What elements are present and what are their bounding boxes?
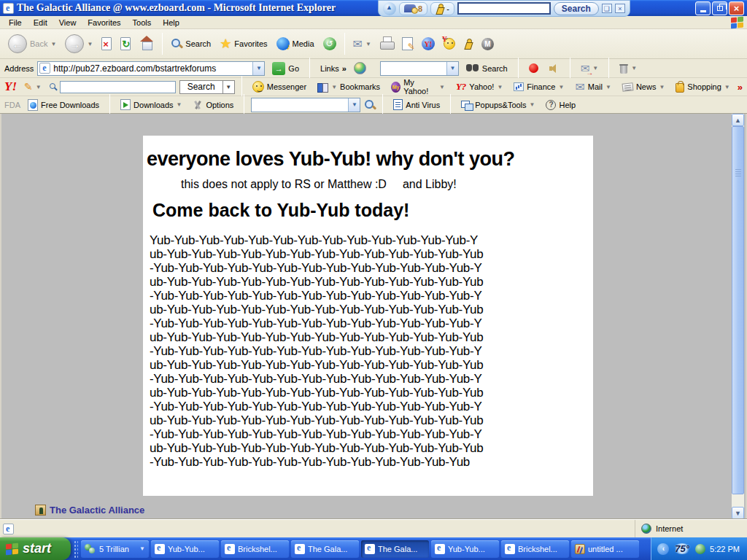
popups-tools-button[interactable]: Popups&Tools ▼ — [457, 98, 538, 112]
yahoo-pencil-button[interactable]: ✎ ▼ — [20, 79, 45, 95]
record-button[interactable] — [525, 61, 542, 75]
my-yahoo-dropdown-icon[interactable]: ▼ — [439, 84, 445, 90]
options-button[interactable]: Options — [189, 98, 237, 112]
task-trillian[interactable]: 5 Trillian ▼ — [81, 540, 149, 558]
yahoo-messenger-button[interactable] — [440, 36, 459, 52]
mail-button[interactable]: ✉ ▼ — [349, 35, 375, 53]
taskbar-grip[interactable] — [74, 540, 78, 558]
address-combobox[interactable]: http://pub27.ezboard.com/bstartrekforums… — [37, 61, 265, 76]
start-button[interactable]: start — [0, 537, 71, 560]
print-button[interactable] — [376, 35, 397, 52]
deskbar-search-input[interactable] — [457, 2, 551, 15]
deskbar-search-button[interactable]: Search — [554, 2, 599, 15]
messenger-m-button[interactable]: M — [478, 36, 498, 52]
trash-button[interactable]: ▼ — [616, 61, 640, 77]
edit-button[interactable] — [398, 35, 417, 52]
fda-search-combobox[interactable]: ▼ — [251, 98, 360, 112]
yahoo-logo[interactable]: Y! — [4, 79, 17, 94]
minimize-button[interactable] — [695, 1, 711, 15]
favorites-button[interactable]: ★ Favorites — [216, 35, 271, 52]
binocular-search-button[interactable]: Search — [462, 62, 511, 75]
history-button[interactable]: ↺ — [320, 35, 340, 52]
sound-button[interactable] — [546, 62, 563, 75]
yahoo-mail-button[interactable]: ✉ Mail ▼ — [571, 78, 615, 96]
aim-status-pill[interactable]: - — [430, 2, 454, 15]
trillian-tray-icon[interactable] — [695, 544, 705, 554]
yahoo-search-input[interactable] — [60, 81, 175, 93]
yahoo-search-button[interactable]: Search ▼ — [179, 80, 235, 94]
mail-dropdown-icon[interactable]: ▼ — [365, 41, 371, 47]
deskbar-dock-icon[interactable]: ❏ — [602, 4, 612, 13]
forward-dropdown-icon[interactable]: ▼ — [87, 41, 93, 47]
pencil-dropdown-icon[interactable]: ▼ — [36, 84, 42, 90]
scroll-up-icon[interactable]: ▲ — [732, 114, 744, 126]
links-chevron-icon[interactable]: » — [342, 64, 347, 73]
title-bar[interactable]: The Galactic Alliance @ www.ezboard.com … — [0, 0, 747, 16]
yahoo-home-button[interactable]: Y? Yahoo! ▼ — [452, 79, 506, 95]
toolbar-search-combobox[interactable]: ▼ — [380, 61, 459, 76]
aol-icon[interactable] — [383, 2, 396, 15]
task-galactic-2-active[interactable]: The Gala... — [361, 540, 429, 558]
free-downloads-button[interactable]: Free Downloads — [24, 97, 103, 113]
popups-dropdown-icon[interactable]: ▼ — [530, 101, 535, 108]
finance-dropdown-icon[interactable]: ▼ — [558, 84, 564, 90]
menu-favorites[interactable]: Favorites — [82, 17, 126, 28]
news-dropdown-icon[interactable]: ▼ — [659, 84, 665, 90]
go-button[interactable]: → Go — [268, 60, 303, 77]
scroll-down-icon[interactable]: ▼ — [732, 507, 744, 519]
help-button[interactable]: ? Help — [542, 98, 579, 112]
anti-virus-button[interactable]: Anti Virus — [390, 97, 444, 112]
address-dropdown-icon[interactable]: ▼ — [252, 62, 264, 75]
menu-edit[interactable]: Edit — [28, 17, 53, 28]
menu-file[interactable]: File — [3, 17, 28, 28]
back-button[interactable]: ← Back ▼ — [4, 32, 60, 55]
refresh-button[interactable]: ↻ — [117, 35, 134, 52]
yahoo-overflow-icon[interactable]: » — [738, 82, 743, 93]
stop-button[interactable]: × — [98, 35, 115, 52]
send-dropdown-icon[interactable]: ▼ — [592, 65, 598, 71]
search-button[interactable]: Search — [167, 36, 214, 52]
restore-button[interactable] — [712, 1, 727, 15]
shopping-dropdown-icon[interactable]: ▼ — [724, 84, 730, 90]
bookmarks-dropdown-icon[interactable]: ▼ — [331, 84, 337, 90]
task-untitled-paint[interactable]: untitled ... — [571, 540, 639, 558]
forward-button[interactable]: → ▼ — [61, 32, 96, 55]
my-yahoo-button[interactable]: My My Yahoo! ▼ — [387, 76, 449, 98]
search-key-icon[interactable] — [49, 82, 57, 91]
links-button[interactable]: Links » — [317, 62, 350, 75]
search-dropdown-icon[interactable]: ▼ — [446, 62, 458, 75]
mail-status-pill[interactable]: 8 — [399, 2, 427, 15]
yahoo-dropdown-icon[interactable]: ▼ — [497, 84, 503, 90]
yahoo-mail-dropdown-icon[interactable]: ▼ — [605, 84, 611, 90]
bookmarks-button[interactable]: ▼ Bookmarks — [314, 80, 384, 94]
close-button[interactable]: × — [729, 1, 744, 15]
galactic-alliance-link[interactable]: The Galactic Alliance — [35, 505, 144, 516]
scrollbar-thumb[interactable] — [732, 126, 744, 494]
menu-tools[interactable]: Tools — [127, 17, 158, 28]
aim-button[interactable] — [460, 36, 476, 51]
task-brickshelf-1[interactable]: Brickshel... — [221, 540, 289, 558]
task-yub-yub-2[interactable]: Yub-Yub... — [431, 540, 499, 558]
yahoo-search-dropdown-icon[interactable]: ▼ — [223, 80, 235, 94]
yahoo-companion-button[interactable]: Y! — [418, 35, 438, 52]
task-galactic-1[interactable]: The Gala... — [291, 540, 359, 558]
back-dropdown-icon[interactable]: ▼ — [50, 41, 56, 47]
group-dropdown-icon[interactable]: ▼ — [139, 545, 145, 552]
menu-help[interactable]: Help — [157, 17, 185, 28]
shopping-button[interactable]: Shopping ▼ — [672, 79, 733, 95]
home-button[interactable] — [136, 34, 158, 53]
fda-search-icon[interactable] — [364, 99, 376, 111]
deskbar-close-icon[interactable]: × — [615, 4, 625, 13]
news-button[interactable]: News ▼ — [619, 80, 668, 93]
finance-button[interactable]: Finance ▼ — [510, 80, 568, 93]
tray-chevron-icon[interactable]: ‹ — [657, 543, 669, 555]
send-page-button[interactable]: ✉ ▼ — [577, 60, 603, 77]
task-brickshelf-2[interactable]: Brickshel... — [501, 540, 569, 558]
vertical-scrollbar[interactable]: ▲ ▼ — [732, 114, 744, 519]
fda-search-dropdown-icon[interactable]: ▼ — [348, 98, 360, 112]
messenger-button[interactable]: Messenger — [249, 79, 310, 95]
address-url[interactable]: http://pub27.ezboard.com/bstartrekforums — [50, 63, 219, 74]
weather-temperature[interactable]: 75° — [673, 543, 691, 554]
menu-view[interactable]: View — [53, 17, 82, 28]
downloads-button[interactable]: Downloads ▼ — [117, 97, 185, 112]
